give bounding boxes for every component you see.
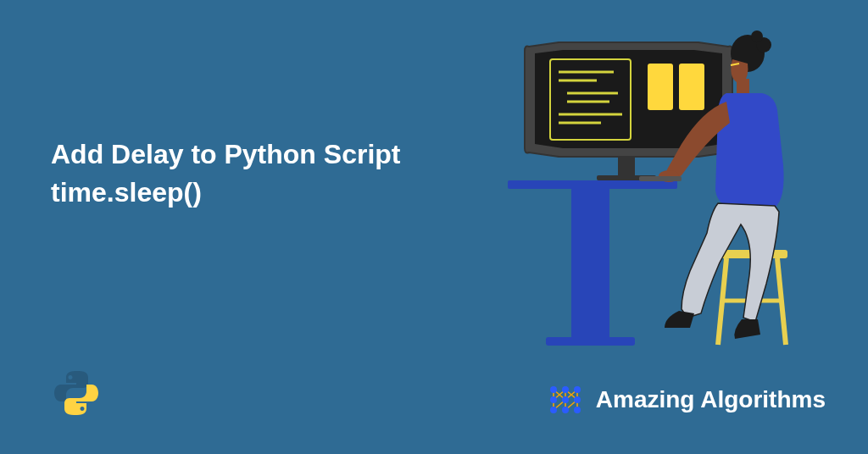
- developer-illustration: [491, 30, 830, 352]
- svg-rect-27: [618, 157, 635, 175]
- title-line-2: time.sleep(): [51, 174, 400, 212]
- svg-point-17: [574, 407, 581, 413]
- svg-rect-30: [571, 189, 609, 337]
- svg-rect-25: [648, 64, 673, 110]
- svg-point-38: [751, 30, 763, 42]
- svg-point-12: [562, 386, 569, 393]
- svg-point-14: [562, 407, 569, 413]
- svg-rect-26: [679, 64, 704, 110]
- brand-logo: Amazing Algorithms: [545, 379, 826, 420]
- python-logo-icon: [51, 368, 102, 418]
- svg-point-9: [550, 386, 557, 393]
- svg-point-16: [574, 396, 581, 403]
- brand-name: Amazing Algorithms: [596, 386, 826, 413]
- title-line-1: Add Delay to Python Script: [51, 136, 400, 174]
- svg-point-15: [574, 386, 581, 393]
- svg-point-10: [550, 396, 557, 403]
- brand-network-icon: [545, 379, 586, 420]
- svg-rect-41: [639, 176, 682, 181]
- svg-rect-31: [546, 337, 635, 346]
- article-title: Add Delay to Python Script time.sleep(): [51, 136, 400, 212]
- svg-point-13: [562, 396, 569, 403]
- svg-rect-39: [737, 79, 749, 94]
- svg-point-11: [550, 407, 557, 413]
- svg-rect-29: [508, 180, 677, 189]
